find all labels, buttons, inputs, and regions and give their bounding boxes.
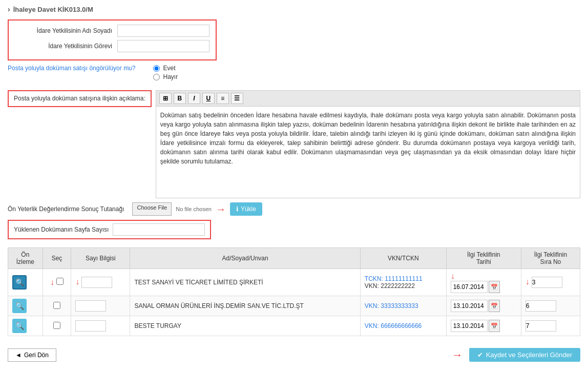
tarih-input[interactable] [451, 281, 488, 293]
posta-aciklama-label: Posta yoluyla doküman satışına ilişkin a… [14, 95, 145, 102]
table-header-row: Önİzleme Seç Sayı Bilgisi Ad/Soyad/Unvan… [8, 248, 580, 269]
idare-adi-row: İdare Yetkilisinin Adı Soyadı [15, 25, 209, 37]
yukle-icon: ℹ [236, 205, 239, 213]
table-section: Önİzleme Seç Sayı Bilgisi Ad/Soyad/Unvan… [8, 247, 580, 336]
posta-aciklama-section: Posta yoluyla doküman satışına ilişkin a… [8, 90, 580, 198]
th-ad-soyad: Ad/Soyad/Unvan [130, 248, 360, 269]
sira-no-cell [521, 316, 580, 336]
preview-button[interactable]: 🔍 [12, 275, 27, 290]
table-row: 🔍↓↓TEST SANAYİ VE TİCARET LİMİTED ŞİRKET… [8, 269, 580, 296]
idare-gorevi-label: İdare Yetkilisinin Görevi [15, 43, 117, 50]
preview-button[interactable]: 🔍 [12, 299, 27, 313]
sira-no-input[interactable] [526, 300, 556, 312]
footer-row: ◄ Geri Dön → ✔ Kaydet ve Seçilenleri Gön… [8, 344, 580, 362]
calendar-button[interactable]: 📅 [489, 320, 500, 332]
table-row: 🔍BESTE TURGAYVKN: 666666666666📅 [8, 316, 580, 336]
th-on-izleme: Önİzleme [8, 248, 43, 269]
geri-don-button[interactable]: ◄ Geri Dön [8, 348, 56, 362]
geri-don-icon: ◄ [15, 352, 22, 359]
upload-label: Ön Yeterlik Değerlendirme Sonuç Tutanağı [8, 205, 124, 213]
yukle-button[interactable]: ℹ Yükle [230, 202, 262, 216]
row-arrow-icon: ↓ [50, 278, 54, 286]
idare-gorevi-row: İdare Yetkilisinin Görevi [15, 40, 209, 52]
sira-no-cell: ↓ [521, 269, 580, 296]
ad-soyad-cell: BESTE TURGAY [130, 316, 360, 336]
editor-section: ⊞ B I U ≡ ☰ Doküman satış bedelinin önce… [156, 90, 580, 198]
tarih-cell: ↓📅 [446, 269, 521, 296]
sayfa-sayisi-input[interactable] [113, 223, 205, 236]
idare-fields-box: İdare Yetkilisinin Adı Soyadı İdare Yetk… [8, 19, 217, 60]
sira-no-input[interactable] [526, 320, 556, 332]
toolbar-underline-btn[interactable]: U [202, 93, 215, 104]
sira-no-cell [521, 296, 580, 316]
radio-evet[interactable] [153, 65, 160, 72]
vkn-tckn-cell: TCKN: 11111111111VKN: 2222222222 [360, 269, 446, 296]
posta-soru-section: Posta yoluyla doküman satışı öngörülüyor… [8, 65, 580, 86]
yukle-label: Yükle [241, 205, 256, 213]
toolbar-bold-btn[interactable]: B [174, 93, 186, 104]
table-row: 🔍SANAL ORMAN ÜRÜNLERİ İNŞ.DEMİR SAN.VE T… [8, 296, 580, 316]
row-checkbox[interactable] [53, 302, 60, 309]
kaydet-icon: ✔ [477, 351, 483, 359]
tarih-input[interactable] [451, 320, 488, 332]
kaydet-label: Kaydet ve Seçilenleri Gönder [486, 351, 572, 359]
tarih-cell: 📅 [446, 296, 521, 316]
upload-arrow-icon: → [216, 203, 226, 215]
row-checkbox[interactable] [56, 278, 64, 285]
main-table: Önİzleme Seç Sayı Bilgisi Ad/Soyad/Unvan… [8, 247, 580, 336]
tarih-cell: 📅 [446, 316, 521, 336]
breadcrumb-arrow: › [8, 5, 10, 13]
tarih-arrow-icon: ↓ [451, 272, 455, 280]
th-sayi-bilgisi: Sayı Bilgisi [71, 248, 130, 269]
radio-hayir-label: Hayır [163, 73, 178, 80]
vkn-tckn-cell: VKN: 33333333333 [360, 296, 446, 316]
sira-arrow-icon: ↓ [526, 277, 530, 286]
posta-aciklama-label-box: Posta yoluyla doküman satışına ilişkin a… [8, 90, 152, 107]
no-file-text: No file chosen [176, 206, 212, 212]
breadcrumb-title: İhaleye Davet KİK013.0/M [13, 6, 93, 13]
radio-hayir[interactable] [153, 74, 160, 80]
idare-adi-label: İdare Yetkilisinin Adı Soyadı [15, 27, 117, 34]
toolbar-ol-btn[interactable]: ≡ [217, 93, 229, 104]
posta-radio-group: Evet Hayır [153, 65, 178, 82]
kaydet-button[interactable]: ✔ Kaydet ve Seçilenleri Gönder [469, 348, 580, 362]
vkn-tckn-cell: VKN: 666666666666 [360, 316, 446, 336]
sayfa-sayisi-box: Yüklenen Dokümanın Sayfa Sayısı [8, 220, 211, 239]
calendar-button[interactable]: 📅 [489, 300, 500, 312]
radio-evet-row: Evet [153, 65, 178, 72]
sayi-bilgisi-input[interactable] [75, 300, 106, 312]
th-vkn-tckn: VKN/TCKN [360, 248, 446, 269]
editor-content[interactable]: Doküman satış bedelinin önceden İdare he… [156, 106, 580, 198]
tarih-input[interactable] [451, 300, 488, 312]
calendar-button[interactable]: 📅 [489, 281, 500, 293]
kaydet-arrow-icon: → [452, 348, 463, 362]
sira-no-input[interactable] [532, 277, 562, 288]
sayi-arrow-icon: ↓ [75, 277, 79, 286]
editor-toolbar: ⊞ B I U ≡ ☰ [156, 90, 580, 106]
posta-soru-label: Posta yoluyla doküman satışı öngörülüyor… [8, 65, 135, 72]
preview-button[interactable]: 🔍 [12, 319, 27, 333]
ad-soyad-cell: TEST SANAYİ VE TİCARET LİMİTED ŞİRKETİ [130, 269, 360, 296]
toolbar-italic-btn[interactable]: I [188, 93, 200, 104]
breadcrumb: › İhaleye Davet KİK013.0/M [8, 5, 580, 13]
th-ilgi-sira: İlgi TeklifininSıra No [521, 248, 580, 269]
sayi-bilgisi-input[interactable] [75, 320, 106, 332]
radio-hayir-row: Hayır [153, 73, 178, 80]
th-ilgi-tarih: İlgi TeklifininTarihi [446, 248, 521, 269]
geri-don-label: Geri Dön [24, 352, 49, 359]
choose-file-button[interactable]: Choose File [132, 202, 172, 216]
idare-gorevi-input[interactable] [117, 40, 209, 52]
sayfa-sayisi-label: Yüklenen Dokümanın Sayfa Sayısı [14, 226, 109, 233]
idare-adi-input[interactable] [117, 25, 209, 37]
radio-evet-label: Evet [163, 65, 175, 72]
sayi-bilgisi-input[interactable] [81, 277, 112, 288]
toolbar-table-btn[interactable]: ⊞ [159, 93, 172, 104]
th-sec: Seç [43, 248, 71, 269]
toolbar-ul-btn[interactable]: ☰ [231, 93, 243, 104]
row-checkbox[interactable] [53, 322, 60, 329]
ad-soyad-cell: SANAL ORMAN ÜRÜNLERİ İNŞ.DEMİR SAN.VE Tİ… [130, 296, 360, 316]
upload-row: Ön Yeterlik Değerlendirme Sonuç Tutanağı… [8, 202, 580, 216]
